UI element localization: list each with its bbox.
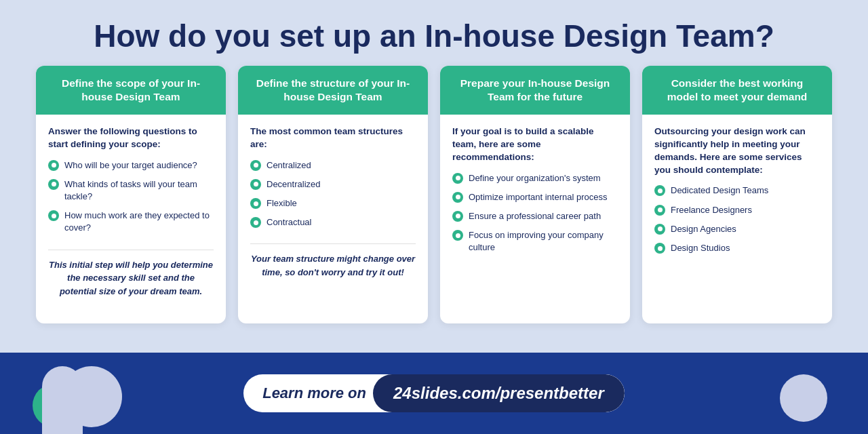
card-2-body: The most common team structures are: Cen…: [238, 115, 428, 323]
list-item: Decentralized: [250, 178, 416, 191]
card-define-scope: Define the scope of your In-house Design…: [36, 66, 226, 323]
list-item: Define your organization's system: [452, 172, 618, 184]
card-define-structure: Define the structure of your In-house De…: [238, 66, 428, 323]
card-2-footer: Your team structure might change over ti…: [250, 252, 416, 279]
card-3-bullets: Define your organization's system Optimi…: [452, 172, 618, 261]
list-item: Design Studios: [654, 242, 820, 254]
card-3-body: If your goal is to build a scalable team…: [440, 115, 630, 323]
list-item: Ensure a professional career path: [452, 210, 618, 222]
card-2-intro: The most common team structures are:: [250, 125, 416, 151]
learn-more-url[interactable]: 24slides.com/presentbetter: [373, 374, 625, 412]
card-4-header: Consider the best working model to meet …: [642, 66, 832, 115]
list-item: Flexible: [250, 197, 416, 210]
card-1-bullets: Who will be your target audience? What k…: [48, 159, 214, 241]
bullet-icon: [452, 192, 463, 203]
card-3-header: Prepare your In-house Design Team for th…: [440, 66, 630, 115]
card-1-body: Answer the following questions to start …: [36, 115, 226, 323]
deco-person-shape: [42, 366, 83, 434]
deco-white-circle-right: [780, 374, 827, 422]
bullet-icon: [250, 160, 261, 171]
bottom-bar: Learn more on 24slides.com/presentbetter: [0, 353, 868, 434]
card-prepare-future: Prepare your In-house Design Team for th…: [440, 66, 630, 323]
list-item: Centralized: [250, 159, 416, 172]
bullet-icon: [654, 185, 665, 196]
card-1-intro: Answer the following questions to start …: [48, 125, 214, 151]
learn-more-pill: Learn more on 24slides.com/presentbetter: [243, 374, 625, 412]
bullet-icon: [452, 211, 463, 222]
bullet-icon: [452, 173, 463, 184]
bullet-icon: [48, 210, 59, 221]
bullet-icon: [654, 224, 665, 235]
card-3-intro: If your goal is to build a scalable team…: [452, 125, 618, 164]
list-item: Freelance Designers: [654, 204, 820, 216]
bullet-icon: [654, 243, 665, 254]
list-item: Contractual: [250, 216, 416, 229]
page-title: How do you set up an In-house Design Tea…: [0, 0, 868, 66]
card-4-intro: Outsourcing your design work can signifi…: [654, 125, 820, 177]
learn-more-label: Learn more on: [262, 384, 366, 402]
list-item: Who will be your target audience?: [48, 159, 214, 172]
bullet-icon: [452, 230, 463, 241]
bullet-icon: [250, 179, 261, 190]
card-working-model: Consider the best working model to meet …: [642, 66, 832, 323]
card-1-footer: This initial step will help you determin…: [48, 258, 214, 298]
list-item: Design Agencies: [654, 223, 820, 235]
bullet-icon: [654, 205, 665, 216]
card-4-body: Outsourcing your design work can signifi…: [642, 115, 832, 323]
bullet-icon: [250, 198, 261, 209]
card-1-header: Define the scope of your In-house Design…: [36, 66, 226, 115]
bullet-icon: [250, 217, 261, 228]
list-item: How much work are they expected to cover…: [48, 210, 214, 234]
cards-container: Define the scope of your In-house Design…: [0, 66, 868, 323]
card-4-bullets: Dedicated Design Teams Freelance Designe…: [654, 184, 820, 261]
bullet-icon: [48, 160, 59, 171]
card-2-bullets: Centralized Decentralized Flexible Contr…: [250, 159, 416, 236]
card-2-header: Define the structure of your In-house De…: [238, 66, 428, 115]
bullet-icon: [48, 179, 59, 190]
list-item: What kinds of tasks will your team tackl…: [48, 178, 214, 203]
list-item: Optimize important internal process: [452, 191, 618, 203]
list-item: Focus on improving your company culture: [452, 229, 618, 254]
list-item: Dedicated Design Teams: [654, 184, 820, 197]
